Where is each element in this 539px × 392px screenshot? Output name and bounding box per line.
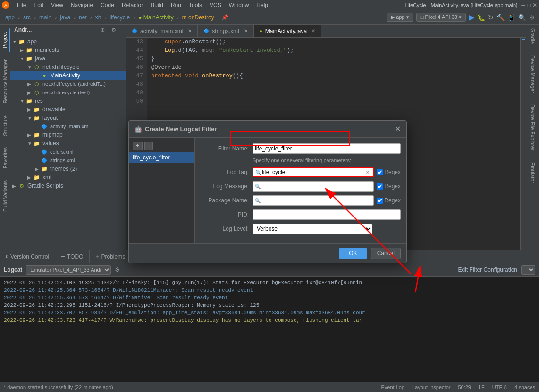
- dialog-title-text: Create New Logcat Filter: [145, 125, 217, 133]
- package-name-row: Package Name: 🔍 Regex: [201, 195, 401, 206]
- search-pkg-icon: 🔍: [255, 198, 261, 203]
- log-message-regex-checkbox[interactable]: [377, 183, 383, 190]
- filter-name-row: Filter Name:: [201, 143, 401, 154]
- log-tag-regex-checkbox[interactable]: [377, 169, 383, 175]
- filter-name-input[interactable]: [253, 143, 401, 154]
- filter-item-lifecycle[interactable]: life_cycle_filter: [129, 152, 194, 163]
- dialog-close-btn[interactable]: ✕: [395, 125, 401, 133]
- dialog-body: + - life_cycle_filter Filter Name: Speci…: [129, 138, 406, 243]
- dialog-sidebar: + - life_cycle_filter: [129, 138, 195, 243]
- dialog-sidebar-toolbar: + -: [129, 140, 194, 152]
- create-filter-dialog: 🤖 Create New Logcat Filter ✕ + - life_cy…: [128, 120, 407, 263]
- log-message-label: Log Message:: [201, 183, 253, 190]
- log-tag-input[interactable]: [262, 169, 363, 175]
- pid-input[interactable]: [253, 209, 401, 220]
- pid-label: PID:: [201, 211, 253, 218]
- log-tag-label: Log Tag:: [201, 169, 253, 175]
- dialog-form: Filter Name: Specify one or several filt…: [195, 138, 406, 243]
- search-icon: 🔍: [255, 170, 261, 175]
- log-level-row: Log Level: Verbose Debug Info Warn Error: [201, 224, 401, 234]
- clear-tag-btn[interactable]: ✕: [364, 169, 371, 175]
- package-name-label: Package Name:: [201, 197, 253, 204]
- log-level-select[interactable]: Verbose Debug Info Warn Error: [253, 224, 372, 234]
- svg-line-2: [415, 267, 420, 292]
- ok-button[interactable]: OK: [339, 248, 367, 259]
- specify-params-hint: Specify one or several filtering paramet…: [201, 158, 401, 163]
- filter-name-label: Filter Name:: [201, 145, 253, 152]
- log-tag-row: Log Tag: 🔍 ✕ Regex: [201, 167, 401, 177]
- cancel-button[interactable]: Cancel: [371, 248, 401, 259]
- log-message-row: Log Message: 🔍 Regex: [201, 181, 401, 192]
- package-regex-checkbox[interactable]: [377, 198, 383, 204]
- log-message-input-wrapper: 🔍: [253, 181, 374, 192]
- package-name-input-wrapper: 🔍: [253, 195, 374, 206]
- log-tag-input-wrapper: 🔍 ✕: [253, 167, 374, 177]
- search-msg-icon: 🔍: [255, 184, 261, 189]
- log-message-regex-label: Regex: [384, 183, 401, 190]
- pid-row: PID:: [201, 209, 401, 220]
- log-message-input[interactable]: [261, 183, 371, 190]
- dialog-overlay: 🤖 Create New Logcat Filter ✕ + - life_cy…: [0, 0, 539, 392]
- dialog-buttons: OK Cancel: [129, 243, 406, 263]
- package-name-input[interactable]: [261, 197, 371, 204]
- remove-filter-btn[interactable]: -: [144, 142, 153, 150]
- dialog-title-bar: 🤖 Create New Logcat Filter ✕: [129, 121, 406, 138]
- log-tag-regex-label: Regex: [384, 169, 401, 175]
- dialog-android-icon: 🤖: [135, 125, 142, 133]
- package-regex-label: Regex: [384, 197, 401, 204]
- add-filter-btn[interactable]: +: [133, 142, 143, 150]
- log-level-label: Log Level:: [201, 225, 253, 232]
